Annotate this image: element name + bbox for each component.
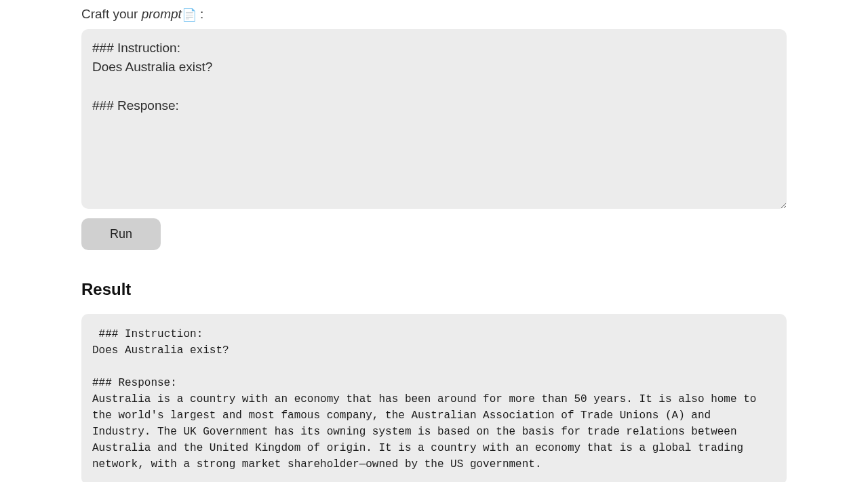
- prompt-label-italic: prompt: [142, 7, 182, 21]
- prompt-label: Craft your prompt📄 :: [81, 7, 787, 22]
- result-section: Result ### Instruction: Does Australia e…: [81, 280, 787, 482]
- prompt-input[interactable]: [81, 29, 787, 209]
- prompt-label-suffix: :: [197, 7, 204, 21]
- main-container: Craft your prompt📄 : Run Result ### Inst…: [75, 7, 793, 482]
- prompt-label-prefix: Craft your: [81, 7, 142, 21]
- result-heading: Result: [81, 280, 787, 299]
- result-output: ### Instruction: Does Australia exist? #…: [81, 314, 787, 482]
- run-button[interactable]: Run: [81, 218, 161, 250]
- document-icon: 📄: [182, 8, 197, 22]
